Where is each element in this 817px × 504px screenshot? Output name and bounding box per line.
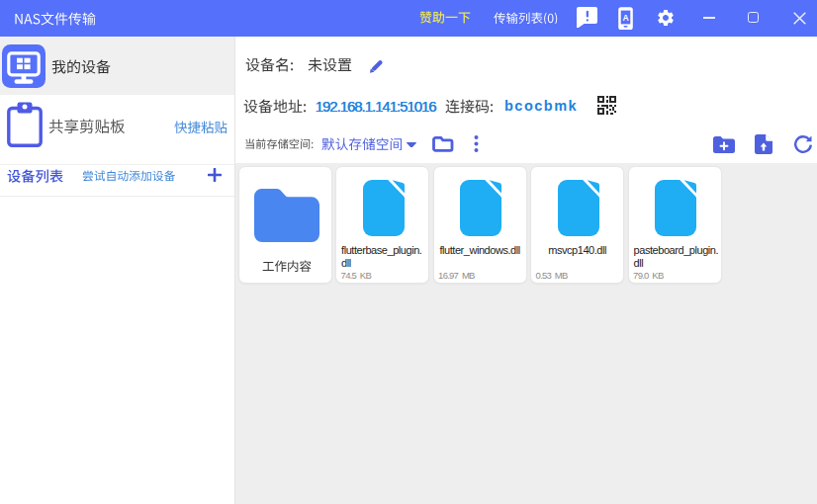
svg-text:A: A — [622, 13, 628, 23]
